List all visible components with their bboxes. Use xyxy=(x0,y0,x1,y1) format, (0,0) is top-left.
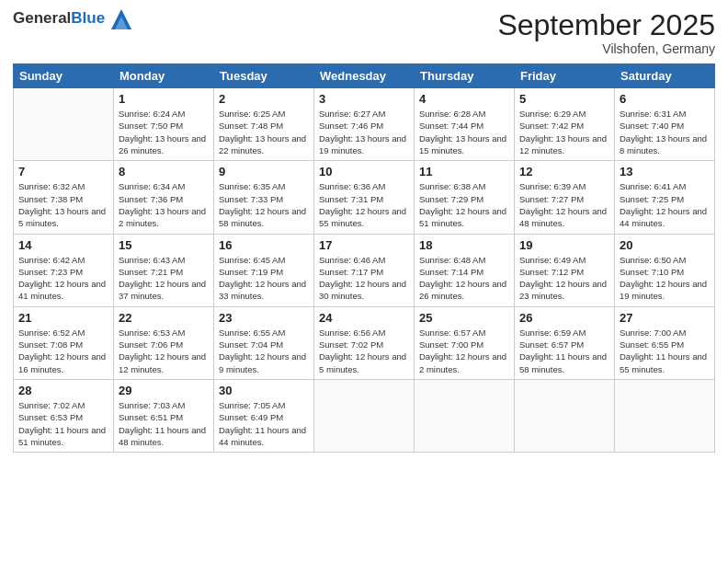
cell-w5-d3: 30Sunrise: 7:05 AMSunset: 6:49 PMDayligh… xyxy=(214,379,314,452)
day-number: 28 xyxy=(18,384,108,397)
day-info: Sunrise: 6:29 AMSunset: 7:42 PMDaylight:… xyxy=(519,108,609,156)
cell-w4-d2: 22Sunrise: 6:53 AMSunset: 7:06 PMDayligh… xyxy=(114,306,214,379)
week-row-2: 7Sunrise: 6:32 AMSunset: 7:38 PMDaylight… xyxy=(14,161,715,234)
cell-w5-d2: 29Sunrise: 7:03 AMSunset: 6:51 PMDayligh… xyxy=(114,379,214,452)
day-info: Sunrise: 6:52 AMSunset: 7:08 PMDaylight:… xyxy=(18,327,108,375)
cell-w1-d1 xyxy=(14,88,114,161)
day-info: Sunrise: 6:31 AMSunset: 7:40 PMDaylight:… xyxy=(620,108,710,156)
week-row-1: 1Sunrise: 6:24 AMSunset: 7:50 PMDaylight… xyxy=(14,88,715,161)
day-number: 14 xyxy=(18,238,108,252)
day-number: 4 xyxy=(419,92,509,106)
day-number: 12 xyxy=(519,165,609,178)
day-info: Sunrise: 6:24 AMSunset: 7:50 PMDaylight:… xyxy=(119,108,209,156)
col-sunday: Sunday xyxy=(14,64,114,88)
day-info: Sunrise: 7:03 AMSunset: 6:51 PMDaylight:… xyxy=(119,399,209,448)
cell-w2-d6: 12Sunrise: 6:39 AMSunset: 7:27 PMDayligh… xyxy=(515,161,615,234)
day-number: 22 xyxy=(119,311,209,325)
day-info: Sunrise: 6:39 AMSunset: 7:27 PMDaylight:… xyxy=(519,180,609,229)
col-monday: Monday xyxy=(114,64,214,88)
cell-w4-d3: 23Sunrise: 6:55 AMSunset: 7:04 PMDayligh… xyxy=(214,306,314,379)
day-number: 30 xyxy=(219,384,309,397)
day-info: Sunrise: 6:43 AMSunset: 7:21 PMDaylight:… xyxy=(119,254,209,303)
cell-w4-d1: 21Sunrise: 6:52 AMSunset: 7:08 PMDayligh… xyxy=(14,306,114,379)
cell-w5-d6 xyxy=(515,379,615,452)
day-number: 1 xyxy=(119,92,209,106)
day-info: Sunrise: 6:42 AMSunset: 7:23 PMDaylight:… xyxy=(18,254,108,303)
day-number: 21 xyxy=(18,311,108,325)
day-info: Sunrise: 6:32 AMSunset: 7:38 PMDaylight:… xyxy=(18,180,108,229)
week-row-4: 21Sunrise: 6:52 AMSunset: 7:08 PMDayligh… xyxy=(14,306,715,379)
day-number: 24 xyxy=(319,311,409,325)
cell-w2-d3: 9Sunrise: 6:35 AMSunset: 7:33 PMDaylight… xyxy=(214,161,314,234)
day-info: Sunrise: 6:59 AMSunset: 6:57 PMDaylight:… xyxy=(519,327,609,375)
day-number: 3 xyxy=(319,92,409,106)
day-info: Sunrise: 6:35 AMSunset: 7:33 PMDaylight:… xyxy=(219,180,309,229)
col-thursday: Thursday xyxy=(415,64,515,88)
day-number: 7 xyxy=(18,165,108,178)
day-info: Sunrise: 6:36 AMSunset: 7:31 PMDaylight:… xyxy=(319,180,409,229)
cell-w1-d3: 2Sunrise: 6:25 AMSunset: 7:48 PMDaylight… xyxy=(214,88,314,161)
cell-w3-d5: 18Sunrise: 6:48 AMSunset: 7:14 PMDayligh… xyxy=(415,234,515,306)
cell-w4-d5: 25Sunrise: 6:57 AMSunset: 7:00 PMDayligh… xyxy=(415,306,515,379)
day-info: Sunrise: 6:38 AMSunset: 7:29 PMDaylight:… xyxy=(419,180,509,229)
col-wednesday: Wednesday xyxy=(314,64,415,88)
col-saturday: Saturday xyxy=(615,64,715,88)
day-info: Sunrise: 7:00 AMSunset: 6:55 PMDaylight:… xyxy=(620,327,710,375)
cell-w2-d7: 13Sunrise: 6:41 AMSunset: 7:25 PMDayligh… xyxy=(615,161,715,234)
day-info: Sunrise: 6:27 AMSunset: 7:46 PMDaylight:… xyxy=(319,108,409,156)
cell-w2-d1: 7Sunrise: 6:32 AMSunset: 7:38 PMDaylight… xyxy=(14,161,114,234)
day-number: 11 xyxy=(419,165,509,178)
day-number: 17 xyxy=(319,238,409,252)
cell-w5-d7 xyxy=(615,379,715,452)
location: Vilshofen, Germany xyxy=(497,41,715,56)
month-title: September 2025 xyxy=(497,9,715,41)
calendar-header-row: Sunday Monday Tuesday Wednesday Thursday… xyxy=(14,64,715,88)
cell-w5-d4 xyxy=(314,379,415,452)
cell-w3-d1: 14Sunrise: 6:42 AMSunset: 7:23 PMDayligh… xyxy=(14,234,114,306)
day-info: Sunrise: 6:50 AMSunset: 7:10 PMDaylight:… xyxy=(620,254,710,303)
cell-w2-d2: 8Sunrise: 6:34 AMSunset: 7:36 PMDaylight… xyxy=(114,161,214,234)
day-info: Sunrise: 6:49 AMSunset: 7:12 PMDaylight:… xyxy=(519,254,609,303)
calendar-body: 1Sunrise: 6:24 AMSunset: 7:50 PMDaylight… xyxy=(14,88,715,453)
day-number: 23 xyxy=(219,311,309,325)
day-info: Sunrise: 6:46 AMSunset: 7:17 PMDaylight:… xyxy=(319,254,409,303)
day-number: 27 xyxy=(620,311,710,325)
header: GeneralBlue September 2025 Vilshofen, Ge… xyxy=(13,9,715,56)
day-number: 25 xyxy=(419,311,509,325)
cell-w1-d5: 4Sunrise: 6:28 AMSunset: 7:44 PMDaylight… xyxy=(415,88,515,161)
day-info: Sunrise: 6:45 AMSunset: 7:19 PMDaylight:… xyxy=(219,254,309,303)
day-info: Sunrise: 6:48 AMSunset: 7:14 PMDaylight:… xyxy=(419,254,509,303)
day-info: Sunrise: 7:05 AMSunset: 6:49 PMDaylight:… xyxy=(219,399,309,448)
day-number: 6 xyxy=(620,92,710,106)
day-info: Sunrise: 6:28 AMSunset: 7:44 PMDaylight:… xyxy=(419,108,509,156)
page: GeneralBlue September 2025 Vilshofen, Ge… xyxy=(0,0,728,563)
cell-w4-d4: 24Sunrise: 6:56 AMSunset: 7:02 PMDayligh… xyxy=(314,306,415,379)
day-number: 16 xyxy=(219,238,309,252)
day-info: Sunrise: 6:41 AMSunset: 7:25 PMDaylight:… xyxy=(620,180,710,229)
day-number: 29 xyxy=(119,384,209,397)
day-number: 19 xyxy=(519,238,609,252)
day-number: 13 xyxy=(620,165,710,178)
day-info: Sunrise: 6:25 AMSunset: 7:48 PMDaylight:… xyxy=(219,108,309,156)
day-number: 10 xyxy=(319,165,409,178)
day-info: Sunrise: 6:57 AMSunset: 7:00 PMDaylight:… xyxy=(419,327,509,375)
cell-w3-d6: 19Sunrise: 6:49 AMSunset: 7:12 PMDayligh… xyxy=(515,234,615,306)
col-friday: Friday xyxy=(515,64,615,88)
day-number: 8 xyxy=(119,165,209,178)
calendar-table: Sunday Monday Tuesday Wednesday Thursday… xyxy=(13,63,715,453)
cell-w5-d1: 28Sunrise: 7:02 AMSunset: 6:53 PMDayligh… xyxy=(14,379,114,452)
day-info: Sunrise: 6:55 AMSunset: 7:04 PMDaylight:… xyxy=(219,327,309,375)
title-block: September 2025 Vilshofen, Germany xyxy=(497,9,715,56)
day-info: Sunrise: 6:53 AMSunset: 7:06 PMDaylight:… xyxy=(119,327,209,375)
day-number: 9 xyxy=(219,165,309,178)
cell-w3-d3: 16Sunrise: 6:45 AMSunset: 7:19 PMDayligh… xyxy=(214,234,314,306)
col-tuesday: Tuesday xyxy=(214,64,314,88)
day-number: 26 xyxy=(519,311,609,325)
cell-w1-d6: 5Sunrise: 6:29 AMSunset: 7:42 PMDaylight… xyxy=(515,88,615,161)
logo-general: General xyxy=(13,9,71,27)
cell-w5-d5 xyxy=(415,379,515,452)
cell-w1-d7: 6Sunrise: 6:31 AMSunset: 7:40 PMDaylight… xyxy=(615,88,715,161)
cell-w2-d5: 11Sunrise: 6:38 AMSunset: 7:29 PMDayligh… xyxy=(415,161,515,234)
day-number: 20 xyxy=(620,238,710,252)
cell-w1-d2: 1Sunrise: 6:24 AMSunset: 7:50 PMDaylight… xyxy=(114,88,214,161)
